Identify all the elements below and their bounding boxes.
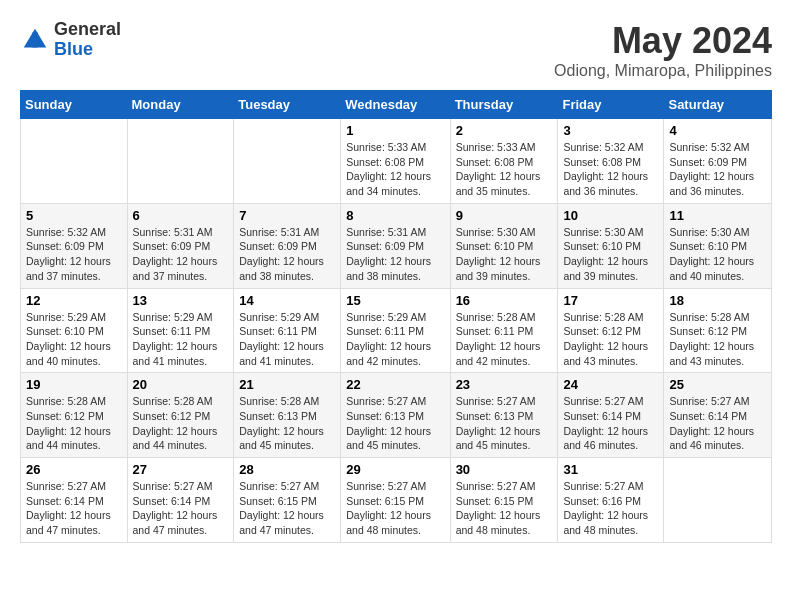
day-info: Sunrise: 5:28 AMSunset: 6:11 PMDaylight:…	[456, 310, 553, 369]
day-info: Sunrise: 5:29 AMSunset: 6:10 PMDaylight:…	[26, 310, 122, 369]
calendar-cell: 28Sunrise: 5:27 AMSunset: 6:15 PMDayligh…	[234, 458, 341, 543]
weekday-header: Tuesday	[234, 91, 341, 119]
day-info: Sunrise: 5:27 AMSunset: 6:14 PMDaylight:…	[26, 479, 122, 538]
calendar-cell: 5Sunrise: 5:32 AMSunset: 6:09 PMDaylight…	[21, 203, 128, 288]
calendar-cell: 19Sunrise: 5:28 AMSunset: 6:12 PMDayligh…	[21, 373, 128, 458]
calendar-cell: 14Sunrise: 5:29 AMSunset: 6:11 PMDayligh…	[234, 288, 341, 373]
day-number: 4	[669, 123, 766, 138]
title-block: May 2024 Odiong, Mimaropa, Philippines	[554, 20, 772, 80]
logo: General Blue	[20, 20, 121, 60]
calendar-cell: 18Sunrise: 5:28 AMSunset: 6:12 PMDayligh…	[664, 288, 772, 373]
calendar-cell	[21, 119, 128, 204]
calendar-cell: 3Sunrise: 5:32 AMSunset: 6:08 PMDaylight…	[558, 119, 664, 204]
calendar-cell: 8Sunrise: 5:31 AMSunset: 6:09 PMDaylight…	[341, 203, 450, 288]
day-number: 19	[26, 377, 122, 392]
day-info: Sunrise: 5:28 AMSunset: 6:12 PMDaylight:…	[669, 310, 766, 369]
calendar-cell: 4Sunrise: 5:32 AMSunset: 6:09 PMDaylight…	[664, 119, 772, 204]
day-number: 17	[563, 293, 658, 308]
day-info: Sunrise: 5:33 AMSunset: 6:08 PMDaylight:…	[346, 140, 444, 199]
day-number: 5	[26, 208, 122, 223]
day-info: Sunrise: 5:30 AMSunset: 6:10 PMDaylight:…	[563, 225, 658, 284]
calendar-cell: 12Sunrise: 5:29 AMSunset: 6:10 PMDayligh…	[21, 288, 128, 373]
calendar-cell: 9Sunrise: 5:30 AMSunset: 6:10 PMDaylight…	[450, 203, 558, 288]
weekday-header: Sunday	[21, 91, 128, 119]
calendar-cell: 7Sunrise: 5:31 AMSunset: 6:09 PMDaylight…	[234, 203, 341, 288]
day-info: Sunrise: 5:29 AMSunset: 6:11 PMDaylight:…	[133, 310, 229, 369]
day-number: 27	[133, 462, 229, 477]
calendar-cell: 2Sunrise: 5:33 AMSunset: 6:08 PMDaylight…	[450, 119, 558, 204]
day-number: 24	[563, 377, 658, 392]
day-number: 8	[346, 208, 444, 223]
calendar-cell: 15Sunrise: 5:29 AMSunset: 6:11 PMDayligh…	[341, 288, 450, 373]
day-info: Sunrise: 5:27 AMSunset: 6:15 PMDaylight:…	[346, 479, 444, 538]
calendar-cell: 6Sunrise: 5:31 AMSunset: 6:09 PMDaylight…	[127, 203, 234, 288]
day-number: 10	[563, 208, 658, 223]
logo-icon	[20, 25, 50, 55]
day-info: Sunrise: 5:31 AMSunset: 6:09 PMDaylight:…	[346, 225, 444, 284]
calendar-cell: 17Sunrise: 5:28 AMSunset: 6:12 PMDayligh…	[558, 288, 664, 373]
calendar-week-row: 1Sunrise: 5:33 AMSunset: 6:08 PMDaylight…	[21, 119, 772, 204]
calendar-cell: 29Sunrise: 5:27 AMSunset: 6:15 PMDayligh…	[341, 458, 450, 543]
day-number: 9	[456, 208, 553, 223]
calendar-week-row: 19Sunrise: 5:28 AMSunset: 6:12 PMDayligh…	[21, 373, 772, 458]
day-number: 20	[133, 377, 229, 392]
day-info: Sunrise: 5:32 AMSunset: 6:08 PMDaylight:…	[563, 140, 658, 199]
day-number: 7	[239, 208, 335, 223]
day-info: Sunrise: 5:28 AMSunset: 6:13 PMDaylight:…	[239, 394, 335, 453]
day-number: 23	[456, 377, 553, 392]
day-number: 31	[563, 462, 658, 477]
calendar-cell: 13Sunrise: 5:29 AMSunset: 6:11 PMDayligh…	[127, 288, 234, 373]
day-number: 3	[563, 123, 658, 138]
weekday-header: Monday	[127, 91, 234, 119]
day-number: 26	[26, 462, 122, 477]
weekday-header: Thursday	[450, 91, 558, 119]
weekday-header: Wednesday	[341, 91, 450, 119]
calendar-cell: 26Sunrise: 5:27 AMSunset: 6:14 PMDayligh…	[21, 458, 128, 543]
calendar-cell: 16Sunrise: 5:28 AMSunset: 6:11 PMDayligh…	[450, 288, 558, 373]
day-number: 22	[346, 377, 444, 392]
day-number: 11	[669, 208, 766, 223]
calendar-header-row: SundayMondayTuesdayWednesdayThursdayFrid…	[21, 91, 772, 119]
calendar-week-row: 12Sunrise: 5:29 AMSunset: 6:10 PMDayligh…	[21, 288, 772, 373]
calendar-cell: 23Sunrise: 5:27 AMSunset: 6:13 PMDayligh…	[450, 373, 558, 458]
calendar-cell	[664, 458, 772, 543]
calendar-cell	[127, 119, 234, 204]
calendar-cell: 22Sunrise: 5:27 AMSunset: 6:13 PMDayligh…	[341, 373, 450, 458]
day-number: 6	[133, 208, 229, 223]
day-info: Sunrise: 5:28 AMSunset: 6:12 PMDaylight:…	[26, 394, 122, 453]
day-info: Sunrise: 5:28 AMSunset: 6:12 PMDaylight:…	[563, 310, 658, 369]
calendar-cell: 21Sunrise: 5:28 AMSunset: 6:13 PMDayligh…	[234, 373, 341, 458]
day-info: Sunrise: 5:27 AMSunset: 6:13 PMDaylight:…	[346, 394, 444, 453]
page-title: May 2024	[554, 20, 772, 62]
weekday-header: Friday	[558, 91, 664, 119]
calendar-cell: 11Sunrise: 5:30 AMSunset: 6:10 PMDayligh…	[664, 203, 772, 288]
day-info: Sunrise: 5:32 AMSunset: 6:09 PMDaylight:…	[26, 225, 122, 284]
day-info: Sunrise: 5:31 AMSunset: 6:09 PMDaylight:…	[239, 225, 335, 284]
page-header: General Blue May 2024 Odiong, Mimaropa, …	[20, 20, 772, 80]
day-info: Sunrise: 5:27 AMSunset: 6:13 PMDaylight:…	[456, 394, 553, 453]
day-info: Sunrise: 5:29 AMSunset: 6:11 PMDaylight:…	[346, 310, 444, 369]
day-info: Sunrise: 5:32 AMSunset: 6:09 PMDaylight:…	[669, 140, 766, 199]
day-info: Sunrise: 5:30 AMSunset: 6:10 PMDaylight:…	[669, 225, 766, 284]
day-number: 18	[669, 293, 766, 308]
day-number: 28	[239, 462, 335, 477]
calendar-week-row: 5Sunrise: 5:32 AMSunset: 6:09 PMDaylight…	[21, 203, 772, 288]
day-number: 16	[456, 293, 553, 308]
day-info: Sunrise: 5:27 AMSunset: 6:16 PMDaylight:…	[563, 479, 658, 538]
day-info: Sunrise: 5:27 AMSunset: 6:14 PMDaylight:…	[669, 394, 766, 453]
calendar-cell: 27Sunrise: 5:27 AMSunset: 6:14 PMDayligh…	[127, 458, 234, 543]
calendar-cell: 10Sunrise: 5:30 AMSunset: 6:10 PMDayligh…	[558, 203, 664, 288]
calendar-cell: 1Sunrise: 5:33 AMSunset: 6:08 PMDaylight…	[341, 119, 450, 204]
day-info: Sunrise: 5:31 AMSunset: 6:09 PMDaylight:…	[133, 225, 229, 284]
calendar-week-row: 26Sunrise: 5:27 AMSunset: 6:14 PMDayligh…	[21, 458, 772, 543]
day-number: 25	[669, 377, 766, 392]
day-info: Sunrise: 5:30 AMSunset: 6:10 PMDaylight:…	[456, 225, 553, 284]
day-info: Sunrise: 5:27 AMSunset: 6:14 PMDaylight:…	[563, 394, 658, 453]
day-info: Sunrise: 5:27 AMSunset: 6:14 PMDaylight:…	[133, 479, 229, 538]
calendar-cell: 24Sunrise: 5:27 AMSunset: 6:14 PMDayligh…	[558, 373, 664, 458]
calendar-cell: 30Sunrise: 5:27 AMSunset: 6:15 PMDayligh…	[450, 458, 558, 543]
weekday-header: Saturday	[664, 91, 772, 119]
calendar-cell: 20Sunrise: 5:28 AMSunset: 6:12 PMDayligh…	[127, 373, 234, 458]
day-number: 30	[456, 462, 553, 477]
day-number: 12	[26, 293, 122, 308]
